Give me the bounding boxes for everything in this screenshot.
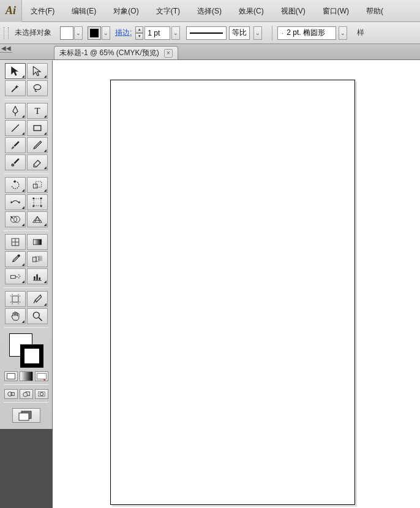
- pen-tool[interactable]: [5, 103, 26, 119]
- variable-width-profile[interactable]: [186, 26, 227, 40]
- svg-rect-26: [10, 275, 15, 278]
- separator: [272, 26, 272, 40]
- symbol-sprayer-tool[interactable]: [5, 268, 26, 284]
- brush-dropdown[interactable]: ⌄: [339, 26, 347, 40]
- svg-rect-32: [39, 278, 40, 280]
- paintbrush-tool[interactable]: [5, 137, 26, 153]
- type-tool[interactable]: T: [27, 103, 48, 119]
- svg-point-28: [19, 276, 20, 277]
- rotate-tool[interactable]: [5, 177, 26, 193]
- stroke-weight-up[interactable]: ▴: [135, 26, 143, 33]
- svg-rect-30: [34, 276, 36, 280]
- line-segment-tool[interactable]: [5, 120, 26, 136]
- stroke-weight-value[interactable]: 1 pt: [144, 26, 170, 40]
- shape-builder-tool[interactable]: [5, 211, 26, 227]
- svg-rect-22: [17, 254, 20, 257]
- blend-tool[interactable]: [27, 251, 48, 267]
- draw-behind[interactable]: [20, 389, 33, 399]
- hand-tool[interactable]: [5, 308, 26, 324]
- stroke-weight-down[interactable]: ▾: [135, 33, 143, 40]
- menu-help[interactable]: 帮助(: [358, 0, 392, 22]
- stroke-dropdown[interactable]: ⌄: [102, 26, 110, 40]
- svg-rect-11: [32, 205, 34, 207]
- artboard-tool[interactable]: [5, 291, 26, 307]
- screen-mode-button[interactable]: [12, 408, 40, 423]
- svg-rect-34: [12, 296, 18, 302]
- stroke-weight-spinner[interactable]: ▴ ▾ 1 pt: [135, 26, 170, 40]
- menu-object[interactable]: 对象(O): [105, 0, 147, 22]
- canvas-area[interactable]: [53, 60, 420, 508]
- color-mode-gradient[interactable]: [20, 371, 33, 381]
- menu-effect[interactable]: 效果(C): [230, 0, 272, 22]
- lasso-tool[interactable]: [27, 80, 48, 96]
- app-icon: Ai: [0, 0, 22, 22]
- svg-point-35: [33, 312, 39, 318]
- fill-dropdown[interactable]: ⌄: [74, 26, 83, 40]
- artboard[interactable]: [110, 80, 355, 505]
- document-tab[interactable]: 未标题-1 @ 65% (CMYK/预览) ×: [54, 46, 178, 59]
- document-tab-close[interactable]: ×: [164, 49, 173, 58]
- menu-bar: Ai 文件(F) 编辑(E) 对象(O) 文字(T) 选择(S) 效果(C) 视…: [0, 0, 420, 22]
- scale-tool[interactable]: [27, 177, 48, 193]
- svg-text:T: T: [34, 106, 40, 116]
- blob-brush-tool[interactable]: [5, 154, 26, 170]
- slice-tool[interactable]: [27, 291, 48, 307]
- rectangle-tool[interactable]: [27, 120, 48, 136]
- eraser-tool[interactable]: [27, 154, 48, 170]
- svg-line-36: [39, 318, 42, 321]
- control-bar: 未选择对象 ⌄ ⌄ 描边: ▴ ▾ 1 pt ⌄ 等比 ⌄ · 2 pt. 椭圆…: [0, 22, 420, 44]
- mesh-tool[interactable]: [5, 234, 26, 250]
- menu-select[interactable]: 选择(S): [189, 0, 230, 22]
- brush-definition[interactable]: · 2 pt. 椭圆形: [277, 26, 336, 40]
- menu-window[interactable]: 窗口(W): [314, 0, 358, 22]
- menu-edit[interactable]: 编辑(E): [63, 0, 105, 22]
- color-mode-none[interactable]: [35, 371, 48, 381]
- pencil-tool[interactable]: [27, 137, 48, 153]
- zoom-tool[interactable]: [27, 308, 48, 324]
- toolbox-collapse-icon[interactable]: ◀◀: [0, 44, 12, 53]
- svg-rect-9: [32, 198, 34, 200]
- selection-tool[interactable]: [5, 63, 26, 79]
- profile-uniform-label: 等比: [232, 28, 247, 38]
- free-transform-tool[interactable]: [27, 194, 48, 210]
- menu-type[interactable]: 文字(T): [148, 0, 189, 22]
- svg-point-40: [23, 392, 27, 396]
- svg-point-0: [34, 85, 41, 89]
- profile-uniform[interactable]: 等比: [229, 26, 250, 40]
- selection-status: 未选择对象: [15, 28, 51, 38]
- stroke-swatch[interactable]: [88, 26, 101, 40]
- perspective-grid-tool[interactable]: [27, 211, 48, 227]
- menu-file[interactable]: 文件(F): [22, 0, 63, 22]
- magic-wand-tool[interactable]: [5, 80, 26, 96]
- draw-inside[interactable]: [35, 389, 48, 399]
- document-tab-title: 未标题-1 @ 65% (CMYK/预览): [59, 48, 159, 58]
- stroke-indicator[interactable]: [20, 344, 43, 368]
- stroke-weight-dropdown[interactable]: ⌄: [171, 26, 180, 40]
- control-bar-grip[interactable]: [4, 27, 9, 39]
- brush-definition-label: 2 pt. 椭圆形: [287, 28, 325, 38]
- svg-rect-21: [33, 240, 41, 245]
- fill-swatch[interactable]: [60, 26, 73, 40]
- svg-point-27: [18, 275, 20, 276]
- svg-rect-6: [33, 184, 37, 188]
- svg-rect-4: [34, 126, 41, 131]
- eyedropper-tool[interactable]: [5, 251, 26, 267]
- fill-stroke-control[interactable]: [9, 333, 43, 368]
- svg-rect-8: [34, 199, 41, 206]
- column-graph-tool[interactable]: [27, 268, 48, 284]
- brush-dot: ·: [280, 29, 284, 37]
- color-mode-row: [4, 371, 48, 381]
- gradient-tool[interactable]: [27, 234, 48, 250]
- color-mode-solid[interactable]: [4, 371, 18, 381]
- profile-dropdown[interactable]: ⌄: [253, 26, 262, 40]
- draw-normal[interactable]: [4, 389, 18, 399]
- svg-rect-12: [40, 205, 42, 207]
- menu-view[interactable]: 视图(V): [272, 0, 314, 22]
- width-tool[interactable]: [5, 194, 26, 210]
- stroke-label[interactable]: 描边:: [115, 28, 132, 38]
- svg-rect-31: [36, 275, 38, 280]
- style-link[interactable]: 样: [352, 28, 364, 38]
- svg-rect-10: [40, 198, 42, 200]
- document-tab-bar: 未标题-1 @ 65% (CMYK/预览) ×: [0, 44, 420, 60]
- direct-selection-tool[interactable]: [27, 63, 48, 79]
